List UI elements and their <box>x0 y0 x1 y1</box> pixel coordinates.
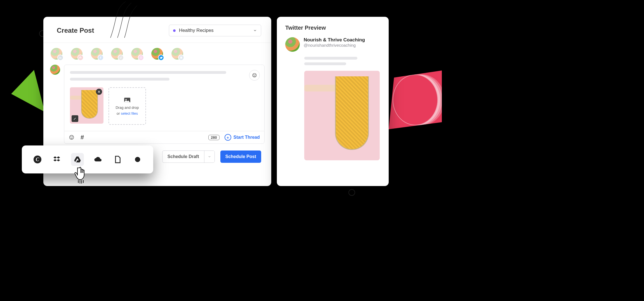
preview-avatar <box>285 37 300 52</box>
source-file[interactable] <box>111 153 124 166</box>
svg-point-11 <box>71 137 71 137</box>
decorative-circle <box>348 189 355 196</box>
composer-avatar <box>50 65 60 75</box>
svg-point-9 <box>126 99 127 100</box>
account-pinterest[interactable] <box>71 48 82 60</box>
account-instagram[interactable] <box>131 48 143 60</box>
svg-rect-2 <box>140 57 142 59</box>
source-google-photos[interactable] <box>131 153 144 166</box>
decorative-shape-green <box>11 70 45 112</box>
character-count: 280 <box>208 135 220 140</box>
canva-icon: C <box>34 156 41 163</box>
dropzone-text: Drag and drop <box>115 105 139 110</box>
schedule-draft-split-button: Schedule Draft <box>162 150 215 163</box>
composer-body: Drag and drop or select files # 280 + St… <box>43 61 271 144</box>
select-files-link[interactable]: select files <box>121 111 138 116</box>
schedule-post-button[interactable]: Schedule Post <box>220 150 261 163</box>
google-drive-icon <box>74 156 81 163</box>
preview-image <box>304 71 380 160</box>
start-thread-button[interactable]: + Start Thread <box>225 134 260 141</box>
preview-account-handle: @nourishandthrivecoaching <box>304 43 365 48</box>
storefront-icon <box>178 55 184 61</box>
preview-account-header: Nourish & Thrive Coaching @nourishandthr… <box>285 37 380 52</box>
composer-title: Create Post <box>57 27 94 34</box>
svg-point-4 <box>141 57 142 57</box>
edit-image-button[interactable] <box>72 115 78 122</box>
decorative-shape-red <box>389 70 442 129</box>
svg-point-12 <box>72 137 73 137</box>
account-facebook[interactable] <box>91 48 103 60</box>
editor-toolbar: # 280 + Start Thread <box>64 131 264 144</box>
account-google-business[interactable] <box>171 48 183 60</box>
linkedin-icon <box>57 55 63 61</box>
placeholder-line <box>70 78 169 81</box>
account-twitter[interactable] <box>151 48 163 60</box>
source-dropbox[interactable] <box>51 153 64 166</box>
smile-icon <box>252 73 257 78</box>
stage: Create Post Healthy Recipes <box>0 0 442 206</box>
svg-point-6 <box>254 75 254 75</box>
pointer-cursor-icon <box>74 165 91 185</box>
emoji-picker-button[interactable] <box>249 70 260 81</box>
file-icon <box>114 156 121 163</box>
svg-rect-0 <box>59 57 60 59</box>
svg-point-3 <box>140 57 141 58</box>
facebook-icon <box>98 55 104 61</box>
placeholder-line <box>70 71 226 74</box>
preview-account-name: Nourish & Thrive Coaching <box>304 37 365 43</box>
account-linkedin[interactable] <box>51 48 62 60</box>
svg-point-5 <box>253 73 256 77</box>
source-cloud[interactable] <box>91 153 104 166</box>
pinwheel-icon <box>134 156 141 163</box>
dropdown-dot-icon <box>173 29 176 32</box>
tiktok-icon <box>118 55 124 61</box>
dropdown-selected: Healthy Recipes <box>179 28 214 33</box>
instagram-icon <box>138 55 144 61</box>
attached-image-thumbnail[interactable] <box>70 87 103 124</box>
svg-point-1 <box>59 57 60 57</box>
source-canva[interactable]: C <box>31 153 44 166</box>
dropbox-icon <box>53 156 61 163</box>
decorative-scribble <box>109 0 143 39</box>
media-dropzone[interactable]: Drag and drop or select files <box>108 87 146 125</box>
post-editor: Drag and drop or select files # 280 + St… <box>64 65 265 144</box>
media-row: Drag and drop or select files <box>64 86 264 131</box>
composer-header: Create Post Healthy Recipes <box>43 17 271 43</box>
twitter-icon <box>158 55 164 61</box>
dropzone-text-2: or select files <box>117 111 138 116</box>
preview-text-placeholder <box>304 57 380 65</box>
account-selector-row <box>43 43 271 61</box>
source-google-drive[interactable] <box>71 153 84 166</box>
remove-image-button[interactable] <box>96 89 102 95</box>
account-tiktok[interactable] <box>111 48 123 60</box>
schedule-draft-caret[interactable] <box>204 151 214 163</box>
twitter-preview-panel: Twitter Preview Nourish & Thrive Coachin… <box>277 17 389 186</box>
smile-icon <box>69 135 74 140</box>
svg-point-7 <box>255 75 256 75</box>
schedule-draft-button[interactable]: Schedule Draft <box>162 151 204 163</box>
hashtag-button[interactable]: # <box>79 135 85 140</box>
pencil-icon <box>73 117 77 120</box>
plus-circle-icon: + <box>225 134 231 141</box>
chevron-down-icon <box>253 29 257 32</box>
pinterest-icon <box>77 55 84 61</box>
cloud-icon <box>94 156 102 163</box>
post-text-area[interactable] <box>64 65 264 86</box>
emoji-button[interactable] <box>69 135 74 140</box>
image-icon <box>123 97 131 104</box>
close-icon <box>97 90 101 93</box>
category-dropdown[interactable]: Healthy Recipes <box>169 25 261 36</box>
chevron-down-icon <box>208 155 211 158</box>
preview-title: Twitter Preview <box>285 25 380 31</box>
svg-point-10 <box>70 135 74 140</box>
start-thread-label: Start Thread <box>233 135 260 140</box>
